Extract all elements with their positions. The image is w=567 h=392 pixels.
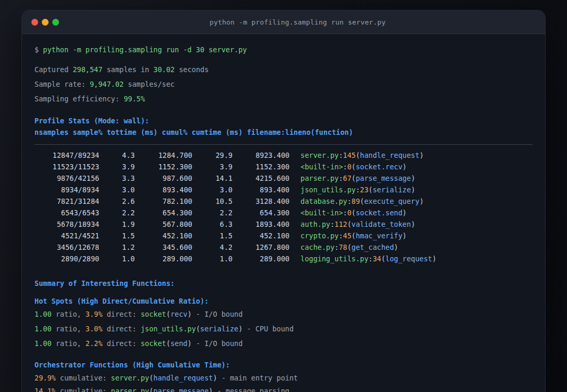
table-row: 4521/45211.5452.1001.5452.100crypto.py:4… (34, 230, 533, 241)
stat-cell: 1152.300 (233, 161, 290, 172)
stat-cell: 1284.700 (135, 149, 192, 161)
summary-heading: Summary of Interesting Functions: (34, 278, 533, 289)
stat-cell: 3.9 (192, 161, 233, 172)
stat-cell: 3.0 (192, 184, 233, 195)
stat-cell: 6.3 (192, 218, 233, 230)
close-button[interactable] (31, 19, 38, 26)
stat-cell: 4521/4521 (34, 230, 99, 241)
function-ref: <built-in>:0(socket.recv) (300, 161, 533, 172)
stat-cell: 7821/31284 (34, 195, 99, 207)
hot-spot-line: 1.00 ratio, 3.9% direct: socket(recv) - … (34, 308, 533, 320)
stat-cell: 1.5 (99, 230, 135, 241)
stat-cell: 5678/18934 (34, 218, 99, 230)
hot-spot-line: 1.00 ratio, 2.2% direct: socket(send) - … (34, 338, 533, 349)
stat-cell: 14.1 (192, 172, 233, 184)
stat-cell: 1.2 (99, 241, 135, 253)
table-row: 6543/65432.2654.3002.2654.300<built-in>:… (34, 207, 533, 218)
stat-cell: 12847/89234 (34, 149, 99, 161)
profile-stats-heading: Profile Stats (Mode: wall): (34, 115, 533, 126)
function-ref: <built-in>:0(socket.send) (300, 207, 533, 218)
maximize-button[interactable] (52, 19, 59, 26)
stat-cell: 1.0 (99, 253, 135, 264)
stat-cell: 452.100 (135, 230, 192, 241)
stat-cell: 11523/11523 (34, 161, 99, 172)
table-row: 3456/126781.2345.6004.21267.800cache.py:… (34, 241, 533, 253)
table-row: 12847/892344.31284.70029.98923.400server… (34, 149, 533, 161)
captured-line: Captured 298,547 samples in 30.02 second… (34, 64, 533, 75)
table-row: 8934/89343.0893.4003.0893.400json_utils.… (34, 184, 533, 195)
command-line: $ python -m profiling.sampling run -d 30… (34, 44, 533, 55)
function-ref: auth.py:112(validate_token) (300, 218, 533, 230)
window-title: python -m profiling.sampling run server.… (63, 18, 533, 26)
stat-cell: 4.3 (99, 149, 135, 161)
function-ref: logging_utils.py:34(log_request) (300, 253, 533, 264)
stat-cell: 3.3 (99, 172, 135, 184)
stat-cell: 567.800 (135, 218, 192, 230)
stat-cell: 452.100 (233, 230, 290, 241)
table-row: 9876/421563.3987.60014.14215.600parser.p… (34, 172, 533, 184)
terminal-output: $ python -m profiling.sampling run -d 30… (22, 34, 545, 392)
stat-cell: 289.000 (135, 253, 192, 264)
stat-cell: 2.6 (99, 195, 135, 207)
stat-cell: 3128.400 (233, 195, 290, 207)
table-row: 7821/312842.6782.10010.53128.400database… (34, 195, 533, 207)
stat-cell: 654.300 (233, 207, 290, 218)
efficiency-line: Sampling efficiency: 99.5% (34, 93, 533, 105)
hot-spot-line: 1.00 ratio, 3.0% direct: json_utils.py(s… (34, 323, 533, 335)
terminal-window: python -m profiling.sampling run server.… (22, 10, 545, 392)
minimize-button[interactable] (42, 19, 49, 26)
function-ref: database.py:89(execute_query) (300, 195, 533, 207)
stat-cell: 6543/6543 (34, 207, 99, 218)
orchestrator-line: 29.9% cumulative: server.py(handle_reque… (34, 372, 533, 384)
stat-cell: 2890/2890 (34, 253, 99, 264)
stat-cell: 4.2 (192, 241, 233, 253)
function-ref: cache.py:78(get_cached) (300, 241, 533, 253)
stat-cell: 8923.400 (233, 149, 290, 161)
table-row: 11523/115233.91152.3003.91152.300<built-… (34, 161, 533, 172)
traffic-lights (31, 19, 63, 26)
hot-spots-heading: Hot Spots (High Direct/Cumulative Ratio)… (34, 295, 533, 307)
function-ref: json_utils.py:23(serialize) (300, 184, 533, 195)
sample-rate-line: Sample rate: 9,947.02 samples/sec (34, 78, 533, 90)
stat-cell: 29.9 (192, 149, 233, 161)
titlebar[interactable]: python -m profiling.sampling run server.… (22, 10, 545, 34)
stat-cell: 1152.300 (135, 161, 192, 172)
stat-cell: 893.400 (135, 184, 192, 195)
table-row: 2890/28901.0289.0001.0289.000logging_uti… (34, 253, 533, 264)
stat-cell: 3456/12678 (34, 241, 99, 253)
function-ref: parser.py:67(parse_message) (300, 172, 533, 184)
stat-cell: 10.5 (192, 195, 233, 207)
stat-cell: 1.5 (192, 230, 233, 241)
stat-cell: 987.600 (135, 172, 192, 184)
stat-cell: 893.400 (233, 184, 290, 195)
stat-cell: 1.9 (99, 218, 135, 230)
stat-cell: 9876/42156 (34, 172, 99, 184)
function-ref: crypto.py:45(hmac_verify) (300, 230, 533, 241)
stat-cell: 3.0 (99, 184, 135, 195)
desktop-background: { "window": { "title": "python -m profil… (0, 0, 567, 392)
stats-table: 12847/892344.31284.70029.98923.400server… (34, 149, 533, 264)
stat-cell: 3.9 (99, 161, 135, 172)
stat-cell: 1267.800 (233, 241, 290, 253)
table-row: 5678/189341.9567.8006.31893.400auth.py:1… (34, 218, 533, 230)
stat-cell: 1.0 (192, 253, 233, 264)
stat-cell: 4215.600 (233, 172, 290, 184)
orchestrator-line: 14.1% cumulative: parser.py(parse_messag… (34, 385, 533, 392)
stat-cell: 2.2 (192, 207, 233, 218)
stat-cell: 8934/8934 (34, 184, 99, 195)
stats-table-header: nsamples sample% tottime (ms) cumul% cum… (34, 126, 533, 138)
stat-cell: 345.600 (135, 241, 192, 253)
table-divider (34, 144, 533, 145)
stat-cell: 654.300 (135, 207, 192, 218)
function-ref: server.py:145(handle_request) (300, 149, 533, 161)
stat-cell: 289.000 (233, 253, 290, 264)
stat-cell: 2.2 (99, 207, 135, 218)
stat-cell: 1893.400 (233, 218, 290, 230)
stat-cell: 782.100 (135, 195, 192, 207)
orchestrator-heading: Orchestrator Functions (High Cumulative … (34, 359, 533, 371)
